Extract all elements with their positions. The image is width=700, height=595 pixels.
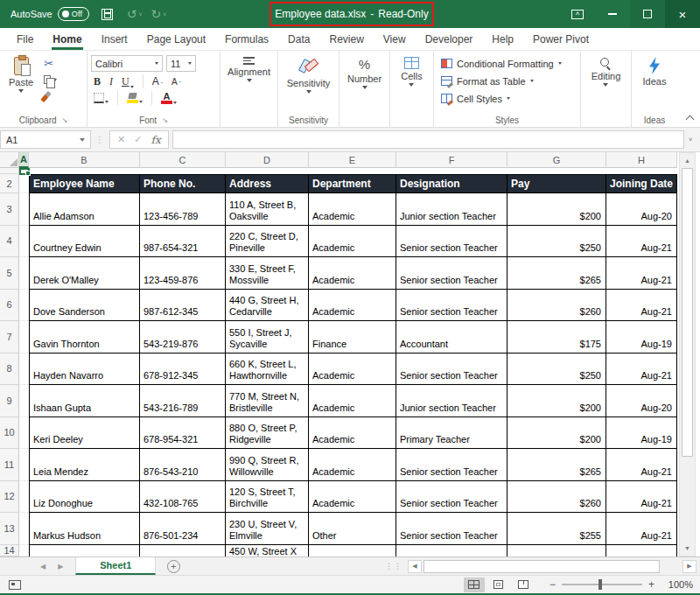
cell-joining-date[interactable]: Aug-21 [606, 513, 677, 545]
row-header[interactable]: 6 [0, 290, 19, 322]
column-header[interactable]: H [606, 152, 677, 168]
scroll-up-button[interactable]: ▲ [680, 153, 695, 168]
editing-button[interactable]: Editing [586, 54, 626, 89]
ribbon-tab[interactable]: Help [482, 28, 523, 50]
row-header[interactable]: 10 [0, 417, 19, 450]
cut-button[interactable]: ✂ [44, 56, 57, 70]
font-name-combo[interactable]: Calibri [91, 55, 163, 72]
bold-button[interactable]: B [91, 75, 103, 88]
record-macro-icon[interactable] [9, 580, 21, 590]
zoom-slider-handle[interactable] [598, 579, 602, 590]
cell-phone[interactable]: 987-612-345 [140, 290, 226, 322]
cell-designation[interactable]: Senior section Teacher [396, 449, 508, 481]
cell-pay[interactable]: $250 [508, 226, 606, 258]
cell-col-a[interactable] [19, 354, 29, 386]
cell-department[interactable]: Other [309, 513, 396, 545]
grow-font-button[interactable]: Aˆ [150, 75, 165, 88]
cell-joining-date[interactable] [606, 545, 677, 556]
cell-address[interactable]: 450 W, Street X [226, 545, 309, 556]
formula-input[interactable] [172, 130, 684, 149]
cell-joining-date[interactable]: Aug-21 [606, 226, 677, 258]
close-button[interactable]: × [665, 0, 700, 28]
fill-color-button[interactable] [124, 93, 145, 103]
column-header[interactable]: G [508, 152, 606, 168]
sheet-nav-right-icon[interactable]: ▶ [58, 563, 63, 570]
cell-pay[interactable]: $265 [508, 257, 606, 290]
cell-address[interactable]: 220 C, Street D, Pineville [226, 226, 309, 258]
cell-joining-date[interactable]: Aug-19 [606, 417, 677, 450]
cell-phone[interactable]: 876-543-210 [140, 449, 226, 481]
cell-employee-name[interactable]: Hayden Navarro [29, 354, 140, 386]
cell-joining-date[interactable]: Aug-20 [606, 193, 677, 226]
italic-button[interactable]: I [107, 75, 116, 88]
cell-pay[interactable] [508, 545, 606, 556]
cell-pay[interactable]: $265 [508, 449, 606, 481]
autosave-toggle[interactable]: AutoSave Off [10, 7, 89, 21]
ribbon-tab[interactable]: Power Pivot [523, 28, 598, 50]
cell-designation[interactable] [396, 545, 508, 556]
horizontal-scrollbar[interactable]: ◀ ▶ [408, 557, 700, 575]
cell-address[interactable]: 330 E, Street F, Mossville [226, 257, 309, 290]
cell-designation[interactable]: Primary Teacher [396, 417, 508, 450]
ribbon-tab[interactable]: Home [43, 28, 91, 50]
cell-employee-name[interactable]: Allie Adamson [29, 193, 140, 226]
cell-department[interactable]: Academic [309, 449, 396, 481]
cell-designation[interactable]: Junior section Teacher [396, 385, 508, 417]
zoom-out-button[interactable]: − [550, 578, 556, 591]
cell-department[interactable]: Academic [309, 226, 396, 258]
cell-phone[interactable]: 678-912-345 [140, 354, 226, 386]
cell-address[interactable]: 550 I, Street J, Sycaville [226, 321, 309, 354]
cell-col-a[interactable] [19, 513, 29, 545]
scroll-right-button[interactable]: ▶ [682, 560, 696, 573]
table-header-cell[interactable]: Phone No. [140, 174, 226, 193]
styles-menu-item[interactable]: Format as Table [441, 74, 562, 88]
cell-address[interactable]: 880 O, Street P, Ridgeville [226, 417, 309, 450]
cell-address[interactable]: 770 M, Street N, Bristleville [226, 385, 309, 417]
cell-col-a[interactable] [19, 193, 29, 226]
redo-button[interactable]: ↻ [151, 7, 162, 21]
cell-col-a[interactable] [19, 321, 29, 354]
format-painter-button[interactable] [44, 89, 57, 103]
scroll-left-button[interactable]: ◀ [408, 560, 422, 573]
cell-department[interactable]: Academic [309, 193, 396, 226]
cell-phone[interactable]: 123-459-876 [140, 257, 226, 290]
zoom-level[interactable]: 100% [663, 579, 693, 590]
cell-employee-name[interactable]: Keri Deeley [29, 417, 140, 450]
cell-phone[interactable]: 543-219-876 [140, 321, 226, 354]
cell-employee-name[interactable]: Derek O'Malley [29, 257, 140, 290]
horizontal-scroll-thumb[interactable] [424, 560, 660, 573]
cell-col-a[interactable] [19, 257, 29, 290]
collapse-ribbon-button[interactable] [686, 115, 693, 122]
cell-designation[interactable]: Senior section Teacher [396, 513, 508, 545]
cell-pay[interactable]: $250 [508, 354, 606, 386]
font-dialog-launcher[interactable]: ↘ [162, 116, 168, 124]
name-box[interactable]: A1 [0, 130, 91, 149]
ribbon-display-options-button[interactable]: ˄ [560, 0, 595, 28]
cells-button[interactable]: Cells [396, 54, 427, 89]
expand-formula-bar-button[interactable]: ˅ [684, 136, 696, 144]
cell-department[interactable]: Academic [309, 385, 396, 417]
page-layout-view-button[interactable] [488, 578, 509, 592]
select-all-button[interactable] [0, 152, 19, 168]
cell-designation[interactable]: Senior section Teacher [396, 257, 508, 290]
cell-department[interactable]: Academic [309, 290, 396, 322]
cell-pay[interactable]: $260 [508, 481, 606, 514]
cell-pay[interactable]: $200 [508, 385, 606, 417]
cell-designation[interactable]: Senior section Teacher [396, 290, 508, 322]
row-header[interactable]: 4 [0, 226, 19, 258]
cell-phone[interactable]: 678-954-321 [140, 417, 226, 450]
scrollbar-resize-handle[interactable]: ⋮⋮ [380, 557, 408, 575]
styles-menu-item[interactable]: Conditional Formatting [441, 56, 562, 71]
cell-col-a[interactable] [19, 417, 29, 450]
column-header[interactable]: F [396, 152, 508, 168]
table-header-cell[interactable]: Joining Date [606, 174, 677, 193]
ribbon-tab[interactable]: View [374, 28, 416, 50]
cancel-button[interactable]: ✕ [117, 134, 125, 145]
cell-department[interactable]: Finance [309, 321, 396, 354]
underline-button[interactable]: U [119, 75, 136, 88]
table-header-cell[interactable]: Designation [396, 174, 508, 193]
cell-designation[interactable]: Accountant [396, 321, 508, 354]
cell-employee-name[interactable]: Courtney Edwin [29, 226, 140, 258]
normal-view-button[interactable] [464, 578, 485, 592]
cell-col-a[interactable] [19, 385, 29, 417]
